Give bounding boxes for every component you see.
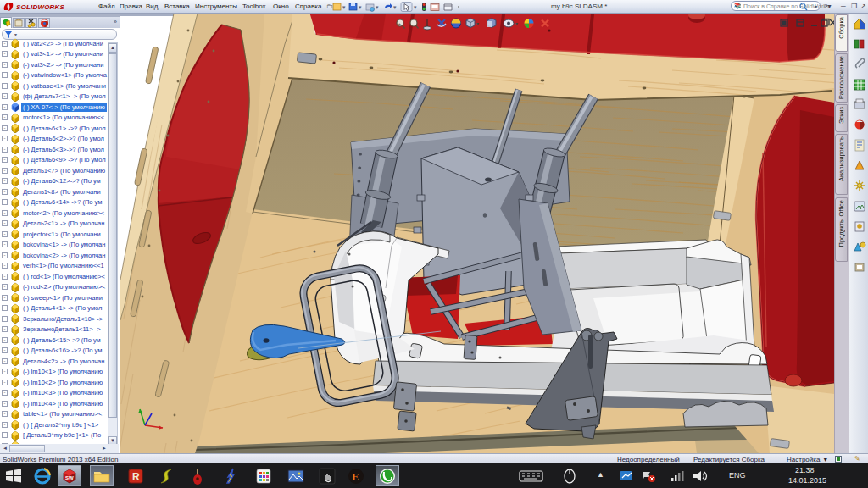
svg-text:▾: ▾ [414, 4, 417, 10]
svg-text:▾: ▾ [376, 4, 379, 10]
svg-text:▾: ▾ [515, 21, 518, 26]
svg-text:R: R [132, 471, 140, 483]
svg-text:▾: ▾ [342, 4, 346, 10]
svg-text:+: + [398, 21, 402, 26]
svg-text:▾: ▾ [476, 21, 479, 26]
svg-text:SW: SW [65, 475, 74, 480]
svg-text:▾: ▾ [393, 4, 397, 10]
svg-text:E: E [352, 470, 359, 483]
svg-text:▾: ▾ [359, 4, 362, 10]
